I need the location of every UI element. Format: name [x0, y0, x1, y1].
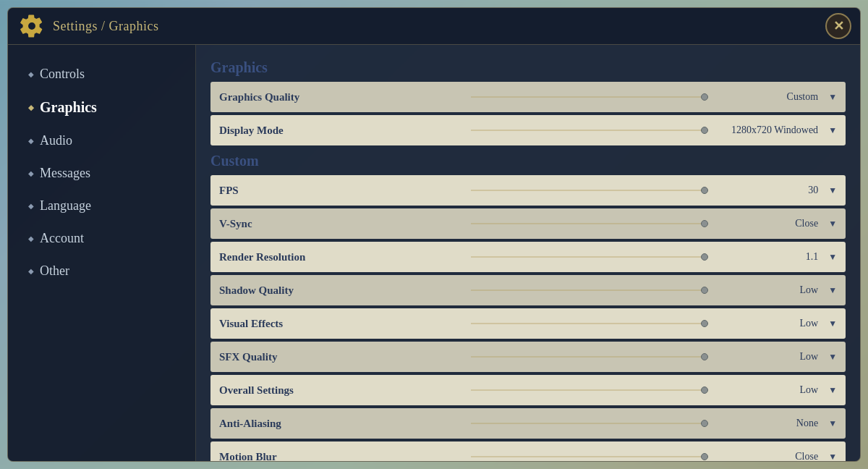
settings-window: Settings / Graphics ✕ Controls Graphics …	[7, 7, 861, 462]
graphics-quality-slider	[471, 96, 708, 98]
sidebar-item-other[interactable]: Other	[8, 256, 195, 286]
display-mode-row[interactable]: Display Mode 1280x720 Windowed ▼	[210, 115, 846, 145]
render-resolution-label: Render Resolution	[219, 251, 456, 263]
window-title: Settings / Graphics	[53, 19, 159, 34]
sfx-quality-row[interactable]: SFX Quality Low ▼	[210, 342, 846, 372]
anti-aliasing-value: None	[723, 418, 824, 429]
render-resolution-slider-dot	[701, 253, 708, 261]
fps-value-wrapper: 30 ▼	[723, 185, 837, 196]
graphics-quality-value-wrapper: Custom ▼	[723, 91, 837, 103]
sidebar-item-label: Other	[40, 263, 69, 279]
display-mode-value: 1280x720 Windowed	[723, 124, 824, 136]
graphics-quality-arrow: ▼	[828, 92, 837, 103]
render-resolution-row[interactable]: Render Resolution 1.1 ▼	[210, 242, 846, 272]
sidebar-item-language[interactable]: Language	[8, 191, 195, 221]
settings-panel: Graphics Graphics Quality Custom ▼ Displ…	[196, 45, 860, 461]
shadow-quality-slider	[471, 290, 708, 291]
anti-aliasing-row[interactable]: Anti-Aliasing None ▼	[210, 408, 846, 439]
anti-aliasing-value-wrapper: None ▼	[723, 418, 837, 429]
fps-slider-dot	[701, 187, 708, 194]
display-mode-slider	[471, 130, 708, 131]
render-resolution-value-wrapper: 1.1 ▼	[723, 251, 837, 263]
sfx-quality-slider-dot	[701, 353, 708, 360]
anti-aliasing-slider	[471, 423, 708, 424]
fps-slider	[471, 190, 708, 191]
gear-icon	[20, 14, 44, 38]
render-resolution-arrow: ▼	[828, 252, 837, 263]
visual-effects-value-wrapper: Low ▼	[723, 318, 837, 329]
shadow-quality-row[interactable]: Shadow Quality Low ▼	[210, 275, 846, 305]
sidebar-item-messages[interactable]: Messages	[8, 159, 195, 188]
sidebar-item-label: Language	[40, 198, 91, 214]
fps-value: 30	[723, 185, 824, 196]
main-content: Controls Graphics Audio Messages Languag…	[8, 45, 860, 461]
motion-blur-value-wrapper: Close ▼	[723, 451, 837, 461]
visual-effects-row[interactable]: Visual Effects Low ▼	[210, 308, 846, 339]
sfx-quality-value-wrapper: Low ▼	[723, 351, 837, 363]
shadow-quality-arrow: ▼	[828, 285, 837, 296]
vsync-slider	[471, 223, 708, 224]
visual-effects-slider	[471, 323, 708, 324]
overall-settings-value: Low	[723, 384, 824, 396]
graphics-section-title: Graphics	[210, 59, 846, 76]
sidebar: Controls Graphics Audio Messages Languag…	[8, 45, 196, 461]
sfx-quality-label: SFX Quality	[219, 351, 456, 363]
sidebar-item-graphics[interactable]: Graphics	[8, 92, 195, 123]
sidebar-item-label: Graphics	[40, 99, 97, 116]
vsync-arrow: ▼	[828, 219, 837, 229]
shadow-quality-slider-dot	[701, 287, 708, 294]
sidebar-item-controls[interactable]: Controls	[8, 59, 195, 89]
anti-aliasing-label: Anti-Aliasing	[219, 418, 456, 430]
sidebar-item-label: Audio	[40, 133, 72, 148]
visual-effects-value: Low	[723, 318, 824, 329]
close-button[interactable]: ✕	[825, 13, 851, 39]
overall-settings-slider-dot	[701, 386, 708, 394]
visual-effects-label: Visual Effects	[219, 318, 456, 330]
fps-label: FPS	[219, 185, 456, 197]
overall-settings-value-wrapper: Low ▼	[723, 384, 837, 396]
sidebar-item-label: Account	[40, 231, 84, 246]
motion-blur-label: Motion Blur	[219, 451, 456, 462]
motion-blur-arrow: ▼	[828, 452, 837, 462]
display-mode-value-wrapper: 1280x720 Windowed ▼	[723, 124, 837, 136]
visual-effects-arrow: ▼	[828, 318, 837, 329]
shadow-quality-label: Shadow Quality	[219, 284, 456, 297]
overall-settings-slider	[471, 389, 708, 391]
sidebar-item-label: Controls	[40, 67, 85, 82]
vsync-slider-dot	[701, 220, 708, 227]
anti-aliasing-arrow: ▼	[828, 418, 837, 429]
motion-blur-slider-dot	[701, 453, 708, 460]
fps-row[interactable]: FPS 30 ▼	[210, 175, 846, 206]
display-mode-arrow: ▼	[828, 125, 837, 136]
display-mode-slider-dot	[701, 127, 708, 134]
sidebar-item-account[interactable]: Account	[8, 224, 195, 253]
render-resolution-value: 1.1	[723, 251, 824, 263]
motion-blur-value: Close	[723, 451, 824, 461]
sidebar-item-audio[interactable]: Audio	[8, 126, 195, 156]
custom-section-title: Custom	[210, 153, 846, 169]
sfx-quality-arrow: ▼	[828, 352, 837, 363]
anti-aliasing-slider-dot	[701, 420, 708, 427]
graphics-quality-value: Custom	[723, 91, 824, 103]
overall-settings-arrow: ▼	[828, 385, 837, 396]
vsync-value: Close	[723, 218, 824, 229]
shadow-quality-value-wrapper: Low ▼	[723, 284, 837, 296]
sfx-quality-value: Low	[723, 351, 824, 363]
graphics-quality-label: Graphics Quality	[219, 91, 456, 103]
sidebar-item-label: Messages	[40, 166, 90, 181]
sfx-quality-slider	[471, 356, 708, 358]
visual-effects-slider-dot	[701, 320, 708, 327]
render-resolution-slider	[471, 256, 708, 258]
graphics-quality-slider-dot	[701, 93, 708, 101]
title-bar: Settings / Graphics ✕	[8, 8, 860, 45]
vsync-row[interactable]: V-Sync Close ▼	[210, 208, 846, 239]
display-mode-label: Display Mode	[219, 124, 456, 137]
overall-settings-label: Overall Settings	[219, 384, 456, 397]
shadow-quality-value: Low	[723, 284, 824, 296]
graphics-quality-row[interactable]: Graphics Quality Custom ▼	[210, 82, 846, 112]
vsync-value-wrapper: Close ▼	[723, 218, 837, 229]
overall-settings-row[interactable]: Overall Settings Low ▼	[210, 375, 846, 405]
motion-blur-slider	[471, 456, 708, 457]
motion-blur-row[interactable]: Motion Blur Close ▼	[210, 441, 846, 461]
fps-arrow: ▼	[828, 185, 837, 196]
